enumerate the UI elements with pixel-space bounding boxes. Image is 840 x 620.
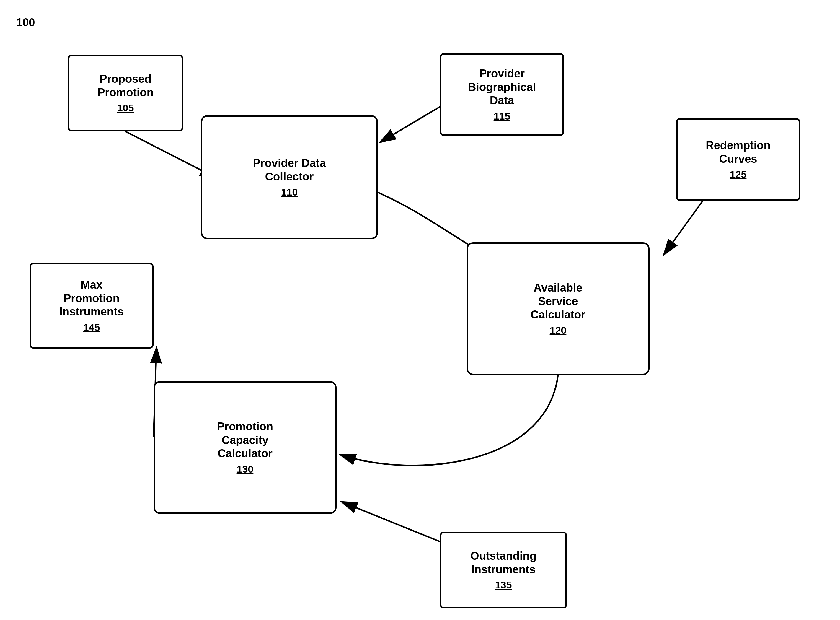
provider-data-collector-number: 110 [281, 187, 298, 198]
proposed-promotion-title: ProposedPromotion [98, 72, 153, 99]
max-promotion-instruments-title: MaxPromotionInstruments [59, 278, 123, 319]
redemption-curves-title: RedemptionCurves [706, 139, 771, 166]
outstanding-instruments-title: OutstandingInstruments [470, 549, 536, 576]
available-service-calculator-title: AvailableServiceCalculator [530, 281, 586, 322]
provider-biographical-data-title: ProviderBiographicalData [468, 67, 536, 107]
proposed-promotion-number: 105 [117, 102, 134, 114]
redemption-curves-number: 125 [730, 169, 747, 180]
proposed-promotion-box: ProposedPromotion 105 [68, 55, 183, 131]
outstanding-instruments-number: 135 [495, 579, 512, 591]
provider-biographical-data-box: ProviderBiographicalData 115 [440, 53, 564, 136]
promotion-capacity-calculator-title: PromotionCapacityCalculator [217, 420, 273, 460]
available-service-calculator-box: AvailableServiceCalculator 120 [466, 242, 649, 375]
provider-data-collector-title: Provider DataCollector [253, 157, 326, 184]
available-service-calculator-number: 120 [550, 325, 567, 336]
outstanding-instruments-box: OutstandingInstruments 135 [440, 532, 567, 608]
diagram: 100 ProposedPromotion 105 Provider DataC… [0, 0, 840, 620]
max-promotion-instruments-number: 145 [83, 322, 100, 333]
promotion-capacity-calculator-number: 130 [237, 463, 254, 475]
max-promotion-instruments-box: MaxPromotionInstruments 145 [30, 263, 153, 349]
provider-data-collector-box: Provider DataCollector 110 [201, 115, 378, 239]
provider-biographical-data-number: 115 [494, 110, 511, 122]
promotion-capacity-calculator-box: PromotionCapacityCalculator 130 [153, 381, 337, 514]
diagram-label: 100 [16, 16, 35, 29]
redemption-curves-box: RedemptionCurves 125 [676, 118, 800, 201]
diagram-number: 100 [16, 16, 35, 29]
